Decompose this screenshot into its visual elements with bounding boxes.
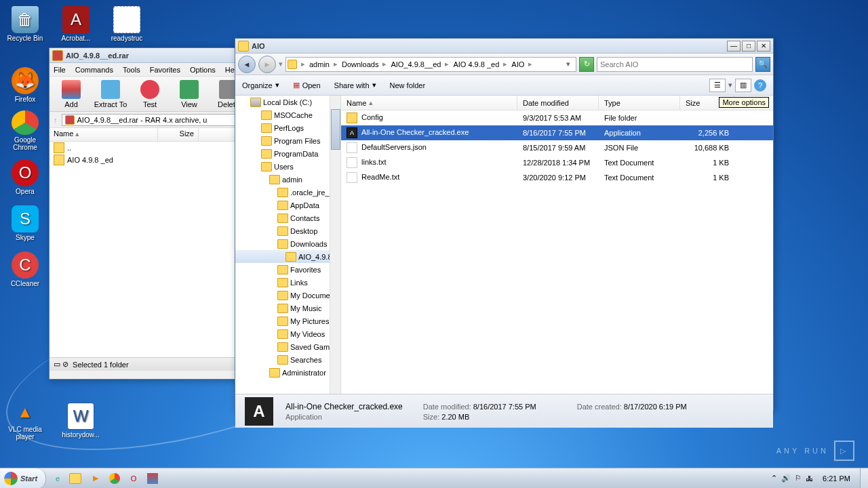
volume-icon[interactable]: 🔊 bbox=[781, 474, 791, 483]
tool-view[interactable]: View bbox=[172, 78, 207, 110]
open-button[interactable]: ▦ Open bbox=[293, 81, 321, 89]
file-row[interactable]: links.txt12/28/2018 1:34 PMText Document… bbox=[341, 155, 773, 170]
folder-icon bbox=[285, 252, 296, 262]
minimize-button[interactable]: — bbox=[727, 41, 741, 52]
tree-item[interactable]: ProgramData bbox=[235, 147, 340, 160]
flag-icon[interactable]: ⚐ bbox=[795, 474, 802, 483]
help-button[interactable]: ? bbox=[754, 79, 766, 92]
desktop-icon-acrobat[interactable]: AAcrobat... bbox=[54, 3, 98, 44]
desktop-icon-readystruc[interactable]: readystruc bbox=[105, 3, 149, 44]
taskbar-opera[interactable]: O bbox=[125, 470, 142, 487]
tree-item[interactable]: Searches bbox=[235, 353, 340, 366]
tree-item[interactable]: Contacts bbox=[235, 211, 340, 224]
file-row[interactable]: ReadMe.txt3/20/2020 9:12 PMText Document… bbox=[341, 170, 773, 185]
tree-item[interactable]: .oracle_jre_u bbox=[235, 186, 340, 199]
scroll-thumb[interactable] bbox=[331, 109, 340, 150]
desktop-icon-ccleaner[interactable]: CCCleaner bbox=[3, 249, 47, 289]
view-mode-button[interactable]: ☰ bbox=[709, 79, 726, 92]
file-row[interactable]: DefaultServers.json8/15/2017 9:59 AMJSON… bbox=[341, 140, 773, 155]
preview-pane-button[interactable]: ▥ bbox=[735, 79, 751, 92]
history-dropdown-icon[interactable]: ▾ bbox=[279, 60, 283, 68]
tree-item[interactable]: Program Files bbox=[235, 134, 340, 147]
chevron-right-icon[interactable]: ▸ bbox=[332, 60, 339, 68]
tool-add[interactable]: Add bbox=[54, 78, 89, 110]
chevron-down-icon[interactable]: ▾ bbox=[728, 81, 732, 89]
menu-tools[interactable]: Tools bbox=[123, 66, 140, 74]
tree-item[interactable]: My Music bbox=[235, 302, 340, 314]
breadcrumb-item[interactable]: AIO bbox=[509, 60, 527, 68]
tree-item[interactable]: admin bbox=[235, 173, 340, 186]
start-button[interactable]: Start bbox=[0, 468, 46, 489]
close-button[interactable]: ✕ bbox=[757, 41, 770, 52]
tree-item[interactable]: Links bbox=[235, 276, 340, 289]
col-size[interactable]: Size bbox=[158, 128, 199, 141]
tree-item[interactable]: Favorites bbox=[235, 263, 340, 276]
dropdown-icon[interactable]: ▾ bbox=[562, 60, 574, 68]
tree-item[interactable]: My Pictures bbox=[235, 314, 340, 327]
tree-item[interactable]: Users bbox=[235, 160, 340, 173]
menu-options[interactable]: Options bbox=[190, 66, 216, 74]
back-button[interactable]: ◄ bbox=[238, 56, 256, 73]
desktop-icon-firefox[interactable]: 🦊Firefox bbox=[3, 64, 47, 105]
up-icon[interactable]: ↑ bbox=[54, 116, 58, 124]
desktop-icon-vlc[interactable]: ▲VLC media player bbox=[3, 400, 47, 441]
breadcrumb-item[interactable]: AIO 4.9.8 _ed bbox=[450, 60, 502, 68]
tree-item[interactable]: My Documen bbox=[235, 289, 340, 302]
chevron-right-icon[interactable]: ▸ bbox=[502, 60, 509, 68]
explorer-titlebar[interactable]: AIO — □ ✕ bbox=[235, 39, 773, 54]
network-icon[interactable]: 🖧 bbox=[806, 474, 813, 483]
tool-extract[interactable]: Extract To bbox=[93, 78, 128, 110]
tree-item[interactable]: Desktop bbox=[235, 224, 340, 237]
tray-expand-icon[interactable]: ⌃ bbox=[771, 474, 777, 483]
desktop-icon-history[interactable]: Whistorydow... bbox=[59, 400, 102, 441]
desktop-icon-skype[interactable]: SSkype bbox=[3, 203, 47, 243]
file-row[interactable]: AAll-in-One Checker_cracked.exe8/16/2017… bbox=[341, 125, 773, 140]
search-box[interactable] bbox=[597, 57, 753, 72]
col-type[interactable]: Type bbox=[599, 96, 680, 110]
taskbar-media[interactable]: ▶ bbox=[87, 470, 104, 487]
tree-item[interactable]: Downloads bbox=[235, 237, 340, 250]
tree-item[interactable]: MSOCache bbox=[235, 108, 340, 121]
clock[interactable]: 6:21 PM bbox=[817, 474, 856, 483]
tree-item[interactable]: My Videos bbox=[235, 327, 340, 340]
taskbar-chrome[interactable] bbox=[106, 470, 123, 487]
chevron-right-icon[interactable]: ▸ bbox=[443, 60, 450, 68]
breadcrumb[interactable]: ▸ admin▸ Downloads▸ AIO_4.9.8__ed▸ AIO 4… bbox=[285, 57, 576, 72]
desktop-icon-recyclebin[interactable]: 🗑Recycle Bin bbox=[3, 3, 47, 44]
desktop-icon-chrome[interactable]: Google Chrome bbox=[3, 110, 47, 151]
tree-item[interactable]: Administrator bbox=[235, 366, 340, 379]
share-button[interactable]: Share with ▾ bbox=[334, 81, 376, 89]
desktop-icon-opera[interactable]: OOpera bbox=[3, 157, 47, 197]
menu-commands[interactable]: Commands bbox=[75, 66, 113, 74]
show-desktop-button[interactable] bbox=[860, 468, 868, 489]
col-name[interactable]: Name ▴ bbox=[341, 96, 517, 110]
chevron-right-icon[interactable]: ▸ bbox=[527, 60, 534, 68]
breadcrumb-item[interactable]: admin bbox=[307, 60, 332, 68]
search-input[interactable] bbox=[600, 60, 749, 68]
forward-button[interactable]: ► bbox=[258, 56, 276, 73]
menu-favorites[interactable]: Favorites bbox=[150, 66, 180, 74]
tree-item[interactable]: Local Disk (C:) bbox=[235, 96, 340, 108]
organize-button[interactable]: Organize ▾ bbox=[242, 81, 279, 89]
breadcrumb-item[interactable]: AIO_4.9.8__ed bbox=[388, 60, 443, 68]
col-name[interactable]: Name ▴ bbox=[50, 128, 158, 141]
search-button[interactable]: 🔍 bbox=[755, 57, 770, 72]
tree-item[interactable]: Saved Game bbox=[235, 340, 340, 353]
refresh-button[interactable]: ↻ bbox=[579, 57, 594, 72]
scrollbar[interactable] bbox=[330, 96, 340, 394]
tree-item[interactable]: AIO_4.9.8 bbox=[235, 250, 340, 263]
file-row[interactable]: Config9/3/2017 5:53 AMFile folder bbox=[341, 110, 773, 125]
maximize-button[interactable]: □ bbox=[742, 41, 755, 52]
chevron-right-icon[interactable]: ▸ bbox=[300, 60, 307, 68]
tree-item[interactable]: PerfLogs bbox=[235, 121, 340, 134]
tool-test[interactable]: Test bbox=[132, 78, 167, 110]
breadcrumb-item[interactable]: Downloads bbox=[339, 60, 381, 68]
taskbar-ie[interactable]: e bbox=[49, 470, 66, 487]
menu-file[interactable]: File bbox=[54, 66, 66, 74]
taskbar-explorer[interactable] bbox=[68, 470, 85, 487]
col-date[interactable]: Date modified bbox=[517, 96, 599, 110]
chevron-right-icon[interactable]: ▸ bbox=[381, 60, 388, 68]
taskbar-winrar[interactable] bbox=[144, 470, 161, 487]
tree-item[interactable]: AppData bbox=[235, 199, 340, 211]
new-folder-button[interactable]: New folder bbox=[390, 81, 426, 89]
